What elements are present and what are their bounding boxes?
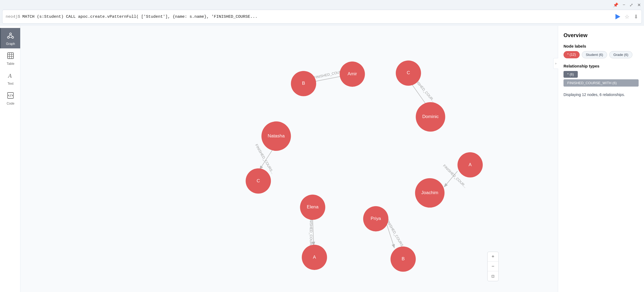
node-c1 xyxy=(396,60,421,86)
node-label-tag-grade[interactable]: Grade (6) xyxy=(609,51,632,58)
run-triangle-icon xyxy=(615,14,620,19)
node-a2 xyxy=(302,245,327,270)
maximize-icon[interactable]: ⤢ xyxy=(629,2,633,8)
main-area: Graph Table A xyxy=(0,26,644,292)
zoom-out-button[interactable]: − xyxy=(488,262,498,271)
sidebar-item-code[interactable]: Code xyxy=(0,88,20,108)
node-amir xyxy=(340,62,365,87)
edges: FINISHED_COUR... FINISHED_COUR... FINISH… xyxy=(254,69,467,250)
table-icon xyxy=(7,52,14,60)
node-elena xyxy=(300,195,325,220)
app-container: 📌 − ⤢ ✕ neo4j$ MATCH (s:Student) CALL ap… xyxy=(0,0,644,292)
svg-line-13 xyxy=(10,94,11,97)
svg-line-3 xyxy=(8,35,10,37)
fit-button[interactable]: ⊡ xyxy=(488,271,498,281)
title-bar: 📌 − ⤢ ✕ xyxy=(0,0,644,10)
relationship-types-section: Relationship types * (6) FINISHED_COURSE… xyxy=(564,64,639,87)
node-dominic xyxy=(416,102,445,131)
favorite-icon[interactable]: ☆ xyxy=(625,13,629,20)
sidebar: Graph Table A xyxy=(0,26,20,292)
svg-text:A: A xyxy=(8,72,12,79)
node-labels-section: Node labels * (12) Student (6) Grade (6) xyxy=(564,44,639,58)
query-bar: neo4j$ MATCH (s:Student) CALL apoc.creat… xyxy=(2,10,642,24)
query-text[interactable]: MATCH (s:Student) CALL apoc.create.vPatt… xyxy=(22,15,615,19)
close-icon[interactable]: ✕ xyxy=(637,2,641,8)
sidebar-graph-label: Graph xyxy=(6,42,15,46)
sidebar-text-label: Text xyxy=(8,82,13,86)
download-icon[interactable]: ⬇ xyxy=(634,13,638,20)
node-a1 xyxy=(457,152,483,177)
relationship-tags: * (6) FINISHED_COURSE_WITH (6) xyxy=(564,71,639,87)
status-text: Displaying 12 nodes, 6 relationships. xyxy=(564,92,639,98)
minimize-icon[interactable]: − xyxy=(623,2,625,7)
svg-rect-6 xyxy=(8,53,13,59)
node-c2 xyxy=(246,168,271,194)
graph-area[interactable]: FINISHED_COUR... FINISHED_COUR... FINISH… xyxy=(20,26,558,292)
node-natasha xyxy=(261,122,291,151)
svg-text:FINISHED_COURS...: FINISHED_COURS... xyxy=(385,218,406,250)
graph-svg: FINISHED_COUR... FINISHED_COUR... FINISH… xyxy=(20,26,558,292)
svg-point-0 xyxy=(10,33,12,35)
zoom-in-button[interactable]: + xyxy=(488,252,498,262)
rel-tag-all[interactable]: * (6) xyxy=(564,71,578,78)
node-priya xyxy=(363,206,388,232)
sidebar-code-label: Code xyxy=(7,102,15,105)
query-prefix: neo4j$ xyxy=(6,15,20,19)
zoom-controls: + − ⊡ xyxy=(487,252,499,281)
panel-toggle-button[interactable]: › xyxy=(553,58,558,69)
panel-title: Overview xyxy=(564,32,639,38)
text-icon: A xyxy=(7,72,14,80)
node-b2 xyxy=(390,247,416,272)
svg-point-1 xyxy=(8,37,9,38)
run-button[interactable] xyxy=(615,14,620,19)
node-labels-tags: * (12) Student (6) Grade (6) xyxy=(564,51,639,58)
node-label-tag-all[interactable]: * (12) xyxy=(564,51,580,58)
sidebar-item-graph[interactable]: Graph xyxy=(0,28,20,48)
node-label-tag-student[interactable]: Student (6) xyxy=(582,51,607,58)
relationship-types-title: Relationship types xyxy=(564,64,639,68)
sidebar-item-text[interactable]: A Text xyxy=(0,68,20,88)
node-joachim xyxy=(415,178,444,208)
node-labels-title: Node labels xyxy=(564,44,639,48)
overview-panel: › Overview Node labels * (12) Student (6… xyxy=(558,26,644,292)
sidebar-table-label: Table xyxy=(7,62,15,66)
rel-tag-finished[interactable]: FINISHED_COURSE_WITH (6) xyxy=(564,79,639,87)
svg-line-4 xyxy=(10,35,13,37)
code-icon xyxy=(7,92,14,100)
sidebar-item-table[interactable]: Table xyxy=(0,48,20,68)
node-b1 xyxy=(291,71,316,96)
svg-point-2 xyxy=(12,37,14,38)
query-actions: ☆ ⬇ xyxy=(615,13,638,20)
pin-icon[interactable]: 📌 xyxy=(613,2,618,8)
graph-icon xyxy=(7,32,14,40)
